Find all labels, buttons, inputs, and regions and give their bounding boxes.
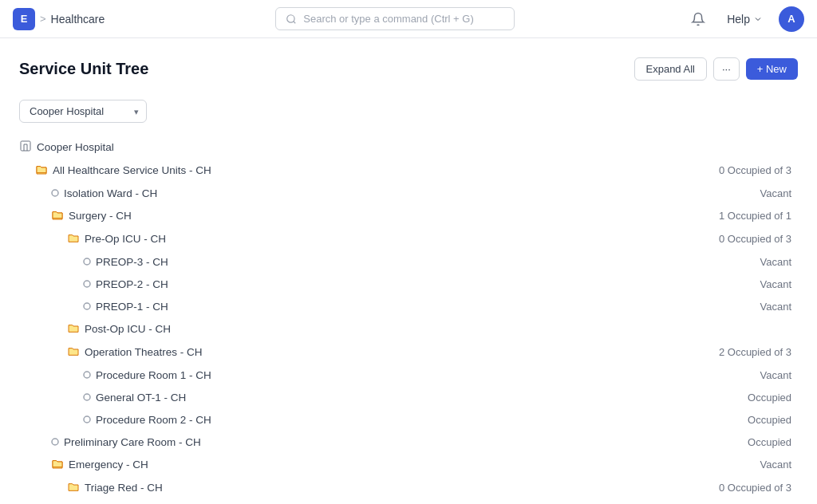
expand-all-button[interactable]: Expand All: [634, 57, 707, 81]
circle-icon: [83, 414, 91, 426]
tree-row[interactable]: General OT-1 - CHOccupied: [19, 386, 798, 408]
folder-open-icon: [35, 163, 48, 175]
tree-row-status: 0 Occupied of 3: [719, 233, 798, 245]
circle-icon: [83, 371, 91, 379]
svg-point-7: [84, 372, 90, 378]
page-header: Service Unit Tree Expand All ··· + New: [19, 57, 798, 81]
tree-row-status: 0 Occupied of 3: [719, 482, 798, 494]
tree-row[interactable]: Operation Theatres - CH2 Occupied of 3: [19, 341, 798, 364]
navbar-left: E > Healthcare: [13, 8, 105, 30]
circle-icon: [83, 415, 91, 423]
tree-row[interactable]: Post-Op ICU - CH: [19, 317, 798, 341]
tree-row-status: Vacant: [760, 278, 798, 290]
tree-row-status: Vacant: [760, 301, 798, 313]
tree-row-status: 0 Occupied of 3: [719, 164, 798, 176]
tree-row-left: Operation Theatres - CH: [67, 345, 203, 360]
navbar-right: Help A: [685, 6, 804, 32]
svg-rect-2: [21, 141, 30, 151]
circle-icon: [83, 392, 91, 404]
folder-icon: [67, 480, 80, 493]
tree-row-label: Surgery - CH: [69, 210, 132, 222]
svg-point-4: [84, 258, 90, 265]
search-icon: [286, 14, 297, 25]
svg-point-9: [84, 416, 90, 423]
tree-row-label: Procedure Room 1 - CH: [96, 369, 211, 381]
tree-row[interactable]: Pre-Op ICU - CH0 Occupied of 3: [19, 227, 798, 250]
tree-row-status: Occupied: [748, 392, 798, 404]
avatar[interactable]: A: [779, 6, 804, 32]
svg-point-5: [84, 281, 90, 287]
tree-row-left: Emergency - CH: [51, 457, 148, 472]
svg-point-8: [84, 394, 90, 400]
folder-open-icon: [51, 457, 64, 472]
tree-row-left: Cooper Hospital: [19, 140, 114, 155]
tree-row[interactable]: Preliminary Care Room - CHOccupied: [19, 431, 798, 453]
circle-icon: [83, 393, 91, 401]
folder-open-icon: [35, 163, 48, 178]
tree-row-status: 2 Occupied of 3: [719, 346, 798, 358]
tree-row[interactable]: Procedure Room 1 - CHVacant: [19, 364, 798, 386]
folder-open-icon: [51, 208, 64, 223]
circle-icon: [83, 302, 91, 310]
bell-icon: [691, 12, 705, 26]
page-content: Service Unit Tree Expand All ··· + New C…: [0, 38, 817, 504]
tree-row-left: Isolation Ward - CH: [51, 187, 157, 199]
tree-row[interactable]: PREOP-2 - CHVacant: [19, 273, 798, 295]
hospital-select[interactable]: Cooper Hospital: [19, 100, 147, 123]
breadcrumb: Healthcare: [51, 13, 105, 26]
svg-point-10: [52, 439, 58, 445]
search-placeholder: Search or type a command (Ctrl + G): [303, 13, 474, 25]
tree-container: Cooper HospitalAll Healthcare Service Un…: [19, 136, 798, 504]
tree-row[interactable]: Cooper Hospital: [19, 136, 798, 159]
tree-row-left: Pre-Op ICU - CH: [67, 231, 166, 246]
tree-row-label: PREOP-3 - CH: [96, 256, 168, 268]
circle-icon: [83, 369, 91, 381]
tree-row-label: Emergency - CH: [69, 459, 148, 471]
tree-row[interactable]: All Healthcare Service Units - CH0 Occup…: [19, 159, 798, 182]
tree-row-status: Occupied: [748, 436, 798, 448]
chevron-down-icon: [753, 14, 763, 24]
tree-row-label: Cooper Hospital: [37, 141, 114, 153]
svg-point-0: [287, 14, 294, 22]
tree-row-left: PREOP-2 - CH: [83, 278, 168, 290]
notifications-button[interactable]: [685, 6, 711, 32]
help-button[interactable]: Help: [720, 10, 769, 29]
search-box[interactable]: Search or type a command (Ctrl + G): [275, 7, 515, 30]
tree-row-left: PREOP-3 - CH: [83, 256, 168, 268]
tree-row-left: General OT-1 - CH: [83, 392, 186, 404]
tree-row[interactable]: Emergency - CHVacant: [19, 453, 798, 476]
tree-row-left: PREOP-1 - CH: [83, 301, 168, 313]
circle-icon: [83, 280, 91, 288]
select-wrapper: Cooper Hospital ▾: [19, 100, 147, 123]
folder-icon: [67, 480, 80, 495]
circle-icon: [83, 278, 91, 290]
tree-row[interactable]: Surgery - CH1 Occupied of 1: [19, 204, 798, 227]
tree-row-left: Triage Red - CH: [67, 480, 163, 495]
tree-row-status: Vacant: [760, 256, 798, 268]
app-icon[interactable]: E: [13, 8, 35, 30]
tree-row[interactable]: Isolation Ward - CHVacant: [19, 182, 798, 204]
tree-row[interactable]: PREOP-1 - CHVacant: [19, 295, 798, 317]
tree-row-status: 1 Occupied of 1: [719, 210, 798, 222]
tree-row-label: Preliminary Care Room - CH: [64, 436, 201, 448]
tree-row[interactable]: Procedure Room 2 - CHOccupied: [19, 408, 798, 431]
tree-row[interactable]: PREOP-3 - CHVacant: [19, 250, 798, 273]
tree-row[interactable]: R-1 - CHVacant: [19, 499, 798, 504]
tree-row-label: Post-Op ICU - CH: [85, 323, 171, 335]
hospital-selector-wrapper: Cooper Hospital ▾: [19, 100, 798, 123]
tree-row-label: General OT-1 - CH: [96, 392, 186, 404]
new-button[interactable]: + New: [746, 58, 798, 80]
page-title: Service Unit Tree: [19, 60, 148, 78]
building-icon: [19, 140, 32, 155]
tree-row-label: Procedure Room 2 - CH: [96, 414, 211, 426]
folder-icon: [67, 231, 80, 244]
header-actions: Expand All ··· + New: [634, 57, 799, 81]
folder-icon: [67, 345, 80, 357]
tree-row-label: All Healthcare Service Units - CH: [53, 164, 211, 176]
tree-row-status: Vacant: [760, 187, 798, 199]
circle-icon: [51, 189, 59, 197]
breadcrumb-separator: >: [40, 13, 46, 25]
more-options-button[interactable]: ···: [713, 57, 740, 81]
svg-point-6: [84, 303, 90, 309]
tree-row[interactable]: Triage Red - CH0 Occupied of 3: [19, 476, 798, 499]
